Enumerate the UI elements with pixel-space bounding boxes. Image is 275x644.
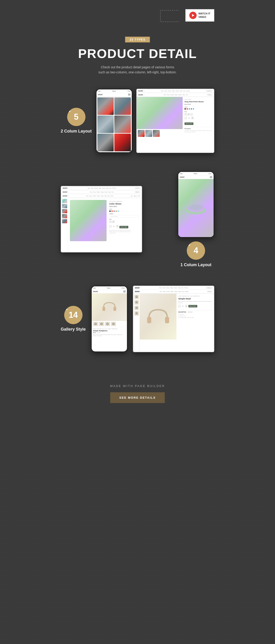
- hamburger-icon-s2: [210, 176, 212, 178]
- dh-tab-description[interactable]: DESCRIPTION: [178, 311, 186, 313]
- svg-rect-4: [114, 307, 116, 311]
- size-m[interactable]: M: [188, 113, 190, 116]
- desktop-product-price: $300-$500: [184, 104, 212, 105]
- desktop-thumb-1: [138, 130, 144, 137]
- s2-left-thumbs: [61, 198, 68, 252]
- s2-main-product: SHOP / SHOES / ADDRESSES Color Shoes $30…: [68, 198, 142, 252]
- s2-main-content: SHOP / SHOES / ADDRESSES Color Shoes $30…: [61, 198, 142, 252]
- phone-headphone-thumbs: 🎧 🎧 🎧 🎧: [92, 321, 127, 327]
- desktop-thumb-3: [153, 130, 160, 137]
- phone-headphone-img: [92, 294, 127, 321]
- phone-nav-s3: 3A3O: [92, 290, 127, 294]
- dh-tab-review[interactable]: REVIEW: [188, 311, 192, 313]
- s2-thumb-3: [62, 209, 67, 213]
- desktop-mockup-2col: 3A3O ••• Home Shop Products Pages Featur…: [136, 89, 214, 153]
- desktop-content-2col: SHOP / SHOES / ... Gray Red Point Shose …: [137, 97, 214, 153]
- layout-name-1col: 1 Colum Layout: [180, 262, 211, 267]
- count-number-1col: 4: [194, 246, 198, 256]
- layout-label-gallery: + 14 Gallery Style: [61, 306, 86, 332]
- svg-rect-5: [147, 317, 151, 323]
- s2-add-to-cart[interactable]: ADD TO CART: [120, 226, 128, 228]
- see-more-button[interactable]: SEE MORE DETAILS: [110, 392, 165, 403]
- s2-color-dot-5: [118, 210, 119, 212]
- color-dot-light-blue: [193, 108, 194, 110]
- layout-label-2col: + 5 2 Colum Layout: [61, 108, 92, 134]
- phone-logo-2col: 3A3O: [98, 94, 103, 96]
- color-dot-red: [186, 108, 188, 110]
- s2-qty-control: - 1 + ADD TO CART: [109, 224, 139, 228]
- s2-product-price: $300-$500: [109, 206, 139, 207]
- phone-product-item-6: [114, 134, 131, 151]
- phone-product-item-5: [98, 134, 114, 151]
- color-dots-1: [184, 108, 212, 110]
- phone-product-item-2: [114, 98, 131, 115]
- dashed-connector: [133, 8, 179, 24]
- s2-options-label: Options:: [109, 213, 139, 214]
- desktop-search-1[interactable]: Search...: [206, 90, 212, 92]
- s2-choose-option[interactable]: Choose an option: [109, 215, 139, 218]
- dh-qty-plus[interactable]: +: [185, 305, 188, 307]
- phone-mockup-1col: Login Signup Coun... 3A3O: [178, 171, 214, 238]
- dh-headphone-svg: [144, 304, 172, 329]
- s2-qty-plus[interactable]: +: [116, 225, 118, 228]
- desktop-mockup-1col: 3A3O ••• Home Shop Products Pages Featur…: [61, 186, 142, 252]
- s2-size-m[interactable]: M: [112, 220, 114, 223]
- phone-product-img-s2: [178, 179, 214, 237]
- phone-product-item-3: [98, 116, 114, 133]
- desktop-product-main-img: [137, 97, 183, 129]
- hp-thumb-3: 🎧: [105, 322, 110, 326]
- desktop-product-title: Gray Red Point Shose: [184, 101, 212, 103]
- watch-video-button[interactable]: WATCH IT VIDEO: [186, 9, 214, 22]
- s2-thumb-5: [62, 219, 67, 223]
- s2-color-dot-3: [114, 210, 115, 212]
- s2-size-label: Size:: [109, 218, 139, 220]
- section-1col-layout: 3A3O ••• Home Shop Products Pages Featur…: [61, 171, 214, 267]
- play-icon: [189, 12, 196, 19]
- dh-right: HOME / HOME APPLICES / TECH / HEADPHONES…: [176, 294, 214, 352]
- phone-nav-s2: 3A3O: [178, 176, 214, 179]
- made-with-label: MADE WITH PAGE BUILDER: [61, 384, 214, 388]
- s2-color-dots: [109, 210, 139, 212]
- phone-product-item-1: [98, 98, 114, 115]
- plus-sign-2col: +: [69, 110, 71, 113]
- dh-qty-val: 1: [182, 306, 184, 307]
- phone-mockup-gallery: Login Signup Compl... 3A3O 🎧: [91, 286, 128, 352]
- section-gallery-layout: + 14 Gallery Style Login Signup Compl...…: [61, 286, 214, 352]
- types-badge-container: 23 TYPES: [61, 37, 214, 42]
- dh-product-desc: A pair of bell-woven shorts featuring sl…: [178, 301, 212, 304]
- phone-header-2col: Login Signup Creat: [96, 90, 132, 93]
- s2-thumb-4: [62, 214, 67, 218]
- desktop-search-2[interactable]: Search...: [207, 94, 212, 96]
- color-dot-blue-gray: [191, 108, 192, 110]
- size-l[interactable]: L: [190, 113, 193, 116]
- section-title: PRODUCT DETAIL: [61, 46, 214, 61]
- desktop-breadcrumb: SHOP / SHOES / ...: [184, 99, 212, 100]
- qty-plus[interactable]: +: [191, 117, 194, 119]
- s2-size-options: S M: [109, 220, 139, 223]
- dh-search-2[interactable]: Search...: [207, 291, 212, 292]
- dh-qty-control: - 1 + ADD TO CART: [178, 305, 212, 308]
- size-s[interactable]: S: [184, 113, 187, 116]
- phone-headphone-info: HOME / HOME APPLICES / TECH / SIMPLE HEA…: [92, 327, 127, 338]
- s2-thumb-1: [62, 199, 67, 203]
- s2-size-s[interactable]: S: [109, 220, 112, 223]
- shoe-svg-s2: [184, 200, 208, 216]
- s2-product-title: Color Shoes: [109, 203, 139, 205]
- dh-search[interactable]: Search...: [206, 287, 212, 289]
- add-to-cart-btn-1[interactable]: ADD TO CART: [184, 122, 194, 125]
- qty-value: 1: [188, 118, 190, 119]
- desktop-header-row2: 3A3O ••• Home Shop Products Pages Featur…: [137, 93, 214, 97]
- desktop-search-s2-1[interactable]: Search...: [135, 187, 140, 189]
- section-description: Check out the product detail pages of va…: [61, 65, 214, 75]
- desktop-search-s2-2[interactable]: Search...: [135, 191, 140, 193]
- s2-qty-minus[interactable]: -: [109, 225, 112, 228]
- s2-right-side: Login Signup Coun... 3A3O: [178, 171, 214, 267]
- hp-thumb-4: 🎧: [111, 322, 116, 326]
- dh-add-cart-btn[interactable]: ADD TO CART: [188, 305, 197, 308]
- qty-minus[interactable]: -: [184, 117, 187, 119]
- s2-breadcrumb: SHOP / SHOES / ADDRESSES: [109, 201, 139, 202]
- dh-qty-minus[interactable]: -: [178, 305, 180, 307]
- layout-name-gallery: Gallery Style: [61, 327, 86, 332]
- hp-thumb-2: 🎧: [99, 322, 104, 326]
- count-number-2col: 5: [74, 112, 78, 122]
